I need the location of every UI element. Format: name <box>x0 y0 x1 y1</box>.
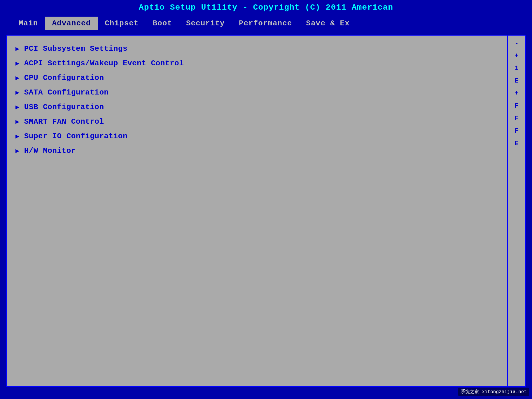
main-content: ▶PCI Subsystem Settings▶ACPI Settings/Wa… <box>6 35 526 387</box>
nav-item-main[interactable]: Main <box>12 17 45 30</box>
arrow-icon-5: ▶ <box>15 118 20 126</box>
menu-item-6[interactable]: ▶Super IO Configuration <box>13 129 501 144</box>
arrow-icon-7: ▶ <box>15 147 20 155</box>
menu-label-6: Super IO Configuration <box>24 132 127 141</box>
arrow-icon-1: ▶ <box>15 60 20 67</box>
nav-item-boot[interactable]: Boot <box>146 17 179 30</box>
menu-item-1[interactable]: ▶ACPI Settings/Wakeup Event Control <box>13 56 501 71</box>
arrow-icon-2: ▶ <box>15 74 20 82</box>
sidebar-key-3: E <box>509 76 524 86</box>
sidebar-key-2: 1 <box>509 64 524 73</box>
menu-label-2: CPU Configuration <box>24 74 104 82</box>
sidebar-key-6: F <box>509 114 524 123</box>
bios-screen: Aptio Setup Utility - Copyright (C) 2011… <box>0 0 532 399</box>
menu-label-0: PCI Subsystem Settings <box>24 44 127 53</box>
title-text: Aptio Setup Utility - Copyright (C) 2011… <box>139 3 393 12</box>
nav-item-advanced[interactable]: Advanced <box>45 17 98 30</box>
menu-label-1: ACPI Settings/Wakeup Event Control <box>24 59 184 68</box>
arrow-icon-0: ▶ <box>15 45 20 53</box>
sidebar-key-8: E <box>509 139 524 148</box>
menu-label-7: H/W Monitor <box>24 146 76 155</box>
right-sidebar: -+1E+FFFE <box>508 36 525 386</box>
menu-item-7[interactable]: ▶H/W Monitor <box>13 144 501 158</box>
nav-item-chipset[interactable]: Chipset <box>98 17 146 30</box>
menu-item-5[interactable]: ▶SMART FAN Control <box>13 114 501 129</box>
arrow-icon-6: ▶ <box>15 132 20 140</box>
nav-item-performance[interactable]: Performance <box>232 17 299 30</box>
title-bar: Aptio Setup Utility - Copyright (C) 2011… <box>0 0 532 15</box>
sidebar-key-7: F <box>509 126 524 136</box>
menu-label-5: SMART FAN Control <box>24 117 104 126</box>
nav-bar: MainAdvancedChipsetBootSecurityPerforman… <box>0 15 532 32</box>
left-panel: ▶PCI Subsystem Settings▶ACPI Settings/Wa… <box>7 36 508 386</box>
menu-label-3: SATA Configuration <box>24 88 109 97</box>
menu-item-2[interactable]: ▶CPU Configuration <box>13 71 501 85</box>
menu-item-0[interactable]: ▶PCI Subsystem Settings <box>13 41 501 56</box>
menu-label-4: USB Configuration <box>24 103 104 111</box>
watermark: 系统之家 xitongzhijia.net <box>458 388 529 396</box>
sidebar-key-0: - <box>509 38 524 48</box>
nav-item-save---ex[interactable]: Save & Ex <box>299 17 356 30</box>
arrow-icon-3: ▶ <box>15 89 20 97</box>
nav-item-security[interactable]: Security <box>179 17 232 30</box>
sidebar-key-4: + <box>509 89 524 98</box>
arrow-icon-4: ▶ <box>15 103 20 111</box>
menu-item-4[interactable]: ▶USB Configuration <box>13 100 501 114</box>
sidebar-key-1: + <box>509 51 524 61</box>
menu-item-3[interactable]: ▶SATA Configuration <box>13 85 501 100</box>
sidebar-key-5: F <box>509 101 524 111</box>
